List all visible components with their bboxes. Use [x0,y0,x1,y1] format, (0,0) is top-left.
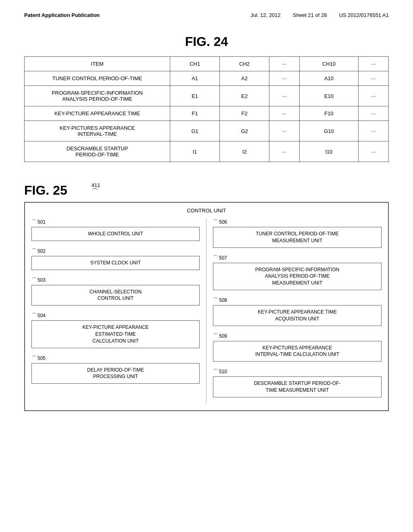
table-row: KEY-PICTURE APPEARANCE TIME F1 F2 ··· F1… [25,106,389,121]
col-ch1: CH1 [170,57,220,71]
ref-507: ⌒ 507 [213,254,382,262]
diagram-right-col: ⌒ 506 TUNER CONTROL PERIOD-OF-TIMEMEASUR… [206,218,382,404]
header-date: Jul. 12, 2012 [250,12,280,18]
ref-503: ⌒ 503 [31,276,200,284]
block-504: ⌒ 504 KEY-PICTURE APPEARANCEESTIMATED-TI… [31,312,200,348]
row5-ch1: I1 [170,141,220,162]
row4-ch10: G10 [300,121,359,141]
ref-508: ⌒ 508 [213,297,382,304]
row4-ch1: G1 [170,121,220,141]
col-dots2: ··· [358,57,388,71]
block-box-502: SYSTEM CLOCK UNIT [31,256,200,270]
header-meta: Jul. 12, 2012 Sheet 21 of 28 US 2012/017… [250,12,389,18]
fig25-section: FIG. 25 411 ⌒ CONTROL UNIT ⌒ 501 WHOLE C… [24,182,389,411]
row3-ch2: F2 [220,106,269,121]
ref-501: ⌒ 501 [31,218,200,226]
row4-item: KEY-PICTURES APPEARANCEINTERVAL-TIME [25,121,170,141]
table-row: DESCRAMBLE STARTUPPERIOD-OF-TIME I1 I2 ·… [25,141,389,162]
block-box-504: KEY-PICTURE APPEARANCEESTIMATED-TIMECALC… [31,320,200,348]
block-box-501: WHOLE CONTROL UNIT [31,227,200,241]
block-503: ⌒ 503 CHANNEL-SELECTIONCONTROL UNIT [31,276,200,306]
row1-ch10: A10 [300,71,359,86]
col-ch2: CH2 [220,57,269,71]
row3-dots1: ··· [269,106,300,121]
row5-dots2: ··· [358,141,388,162]
block-box-506: TUNER CONTROL PERIOD-OF-TIMEMEASUREMENT … [213,227,382,248]
control-unit-label: CONTROL UNIT [31,208,382,214]
ref-506: ⌒ 506 [213,218,382,226]
ref-504: ⌒ 504 [31,312,200,319]
row1-dots2: ··· [358,71,388,86]
table-row: TUNER CONTROL PERIOD-OF-TIME A1 A2 ··· A… [25,71,389,86]
row2-dots2: ··· [358,86,388,106]
col-item: ITEM [25,57,170,71]
row3-ch10: F10 [300,106,359,121]
row4-dots2: ··· [358,121,388,141]
row1-item: TUNER CONTROL PERIOD-OF-TIME [25,71,170,86]
block-506: ⌒ 506 TUNER CONTROL PERIOD-OF-TIMEMEASUR… [213,218,382,248]
table-row: PROGRAM-SPECIFIC-INFORMATIONANALYSIS PER… [25,86,389,106]
block-box-507: PROGRAM-SPECIFIC-INFORMATIONANALYSIS PER… [213,263,382,290]
block-box-503: CHANNEL-SELECTIONCONTROL UNIT [31,285,200,306]
row3-dots2: ··· [358,106,388,121]
block-508: ⌒ 508 KEY-PICTURE APPEARANCE TIMEACQUISI… [213,297,382,326]
block-box-505: DELAY PERIOD-OF-TIMEPROCESSING UNIT [31,363,200,384]
block-502: ⌒ 502 SYSTEM CLOCK UNIT [31,247,200,270]
fig25-unit-label: 411 [92,182,100,188]
fig24-section: FIG. 24 ITEM CH1 CH2 ··· CH10 ··· TUNER … [24,34,389,162]
row2-item: PROGRAM-SPECIFIC-INFORMATIONANALYSIS PER… [25,86,170,106]
page: Patent Application Publication Jul. 12, … [0,0,413,532]
row5-dots1: ··· [269,141,300,162]
page-header: Patent Application Publication Jul. 12, … [24,12,389,18]
row1-ch2: A2 [220,71,269,86]
row3-item: KEY-PICTURE APPEARANCE TIME [25,106,170,121]
block-box-508: KEY-PICTURE APPEARANCE TIMEACQUISITION U… [213,305,382,326]
fig24-title: FIG. 24 [24,34,389,49]
row2-ch2: E2 [220,86,269,106]
ref-510: ⌒ 510 [213,368,382,375]
row2-ch10: E10 [300,86,359,106]
row5-ch2: I2 [220,141,269,162]
ref-509: ⌒ 509 [213,332,382,340]
row5-ch10: I10 [300,141,359,162]
diagram-outer: CONTROL UNIT ⌒ 501 WHOLE CONTROL UNIT ⌒ [24,202,389,411]
row2-ch1: E1 [170,86,220,106]
row2-dots1: ··· [269,86,300,106]
header-sheet: Sheet 21 of 28 [293,12,327,18]
row4-dots1: ··· [269,121,300,141]
ref-502: ⌒ 502 [31,247,200,255]
header-patent: US 2012/0176551 A1 [339,12,389,18]
row3-ch1: F1 [170,106,220,121]
block-501: ⌒ 501 WHOLE CONTROL UNIT [31,218,200,241]
block-510: ⌒ 510 DESCRAMBLE STARTUP PERIOD-OF-TIME … [213,368,382,397]
block-505: ⌒ 505 DELAY PERIOD-OF-TIMEPROCESSING UNI… [31,355,200,384]
col-dots1: ··· [269,57,300,71]
row4-ch2: G2 [220,121,269,141]
row1-dots1: ··· [269,71,300,86]
ref-505: ⌒ 505 [31,355,200,362]
table-row: KEY-PICTURES APPEARANCEINTERVAL-TIME G1 … [25,121,389,141]
fig24-table: ITEM CH1 CH2 ··· CH10 ··· TUNER CONTROL … [24,56,389,162]
diagram-left-col: ⌒ 501 WHOLE CONTROL UNIT ⌒ 502 SYSTEM CL… [31,218,206,404]
header-title: Patent Application Publication [24,12,100,18]
block-box-509: KEY-PICTURES APPEARANCEINTERVAL-TIME CAL… [213,341,382,362]
table-header-row: ITEM CH1 CH2 ··· CH10 ··· [25,57,389,71]
diagram-grid: ⌒ 501 WHOLE CONTROL UNIT ⌒ 502 SYSTEM CL… [31,218,382,404]
col-ch10: CH10 [300,57,359,71]
block-box-510: DESCRAMBLE STARTUP PERIOD-OF-TIME MEASUR… [213,376,382,397]
block-509: ⌒ 509 KEY-PICTURES APPEARANCEINTERVAL-TI… [213,332,382,362]
block-507: ⌒ 507 PROGRAM-SPECIFIC-INFORMATIONANALYS… [213,254,382,290]
fig25-title: FIG. 25 [24,183,67,198]
row1-ch1: A1 [170,71,220,86]
row5-item: DESCRAMBLE STARTUPPERIOD-OF-TIME [25,141,170,162]
